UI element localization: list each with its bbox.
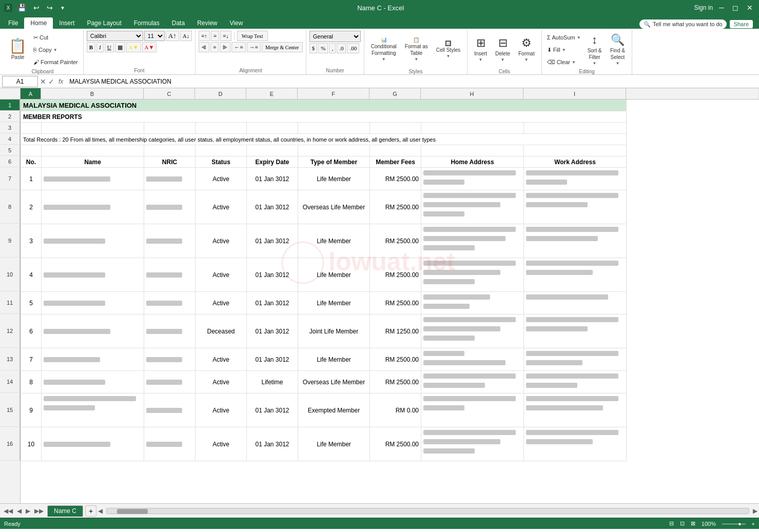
cell-c3[interactable] [144,123,196,134]
row-num-1[interactable]: 1 [0,100,20,111]
tab-file[interactable]: File [2,17,24,29]
col-header-e[interactable]: E [246,88,298,99]
cell-f10[interactable]: Life Member [298,258,370,292]
tab-insert[interactable]: Insert [53,17,81,29]
font-size-increase-btn[interactable]: A↑ [166,31,179,41]
align-left-btn[interactable]: ⫷ [199,42,209,52]
tab-home[interactable]: Home [24,17,53,29]
row-num-2[interactable]: 2 [0,111,20,122]
row-num-6[interactable]: 6 [0,156,20,167]
bold-btn[interactable]: B [87,42,95,52]
cell-h15[interactable] [421,393,524,427]
cell-i8[interactable] [524,190,627,224]
cell-h3[interactable] [421,123,524,134]
fill-color-btn[interactable]: A▼ [126,42,141,52]
format-painter-btn[interactable]: 🖌 Format Painter [31,56,80,68]
share-btn[interactable]: Share [730,20,753,28]
find-select-btn[interactable]: 🔍 Find & Select ▼ [606,31,629,68]
add-sheet-btn[interactable]: + [85,505,96,517]
cut-btn[interactable]: ✂ Cut [31,32,80,43]
cell-g14[interactable]: RM 2500.00 [370,371,421,393]
col-header-a[interactable]: A [21,88,41,99]
cell-f5[interactable] [298,145,370,156]
tab-page-layout[interactable]: Page Layout [81,17,127,29]
cell-h14[interactable] [421,371,524,393]
row-num-12[interactable]: 12 [0,314,20,348]
cell-g10[interactable]: RM 2500.00 [370,258,421,292]
cell-b7[interactable] [42,168,144,190]
search-box[interactable]: 🔍 Tell me what you want to do [639,19,727,29]
cell-e9[interactable]: 01 Jan 3012 [247,224,298,258]
cell-a9[interactable]: 3 [21,224,42,258]
cell-a14[interactable]: 8 [21,371,42,393]
row-num-5[interactable]: 5 [0,145,20,156]
cell-a3[interactable] [21,123,42,134]
restore-btn[interactable]: ◻ [730,3,741,13]
fill-btn[interactable]: ⬇ Fill ▼ [545,44,583,55]
cell-b12[interactable] [42,314,144,348]
cell-e14[interactable]: Lifetime [247,371,298,393]
cell-c13[interactable] [144,348,196,371]
cell-f13[interactable]: Life Member [298,348,370,371]
cell-e8[interactable]: 01 Jan 3012 [247,190,298,224]
decimal-increase-btn[interactable]: .0 [337,43,346,53]
scroll-right-btn[interactable]: ▶ [751,507,759,515]
tab-nav-left-btn[interactable]: ◀ [15,507,23,515]
zoom-in-btn[interactable]: + [752,521,755,527]
row-num-10[interactable]: 10 [0,258,20,291]
align-center-btn[interactable]: ≡ [210,42,219,52]
row-num-9[interactable]: 9 [0,224,20,258]
cell-i16[interactable] [524,427,627,461]
cell-f14[interactable]: Overseas Life Member [298,371,370,393]
cell-g15[interactable]: RM 0.00 [370,393,421,427]
percent-btn[interactable]: % [318,43,328,53]
status-normal-view[interactable]: ⊟ [669,520,674,527]
cell-d11[interactable]: Active [196,292,247,314]
row-num-14[interactable]: 14 [0,370,20,393]
cell-g3[interactable] [370,123,421,134]
cell-i14[interactable] [524,371,627,393]
cell-styles-btn[interactable]: 🔲 Cell Styles ▼ [433,31,464,68]
cell-f3[interactable] [298,123,370,134]
align-middle-btn[interactable]: ≡ [211,31,219,41]
cell-c9[interactable] [144,224,196,258]
cell-a2[interactable]: MEMBER REPORTS [21,111,627,123]
cell-f6[interactable]: Type of Member [298,156,370,168]
copy-btn[interactable]: ⎘ Copy ▼ [31,44,80,55]
col-header-f[interactable]: F [298,88,369,99]
cell-a7[interactable]: 1 [21,168,42,190]
cell-d10[interactable]: Active [196,258,247,292]
wrap-text-btn[interactable]: Wrap Text [237,31,268,41]
cell-b3[interactable] [42,123,144,134]
col-header-d[interactable]: D [195,88,246,99]
font-color-btn[interactable]: A▼ [142,42,157,52]
tab-prev-btn[interactable]: ◀◀ [2,507,14,515]
cell-c11[interactable] [144,292,196,314]
cell-e15[interactable]: 01 Jan 3012 [247,393,298,427]
cell-h13[interactable] [421,348,524,371]
align-right-btn[interactable]: ⫸ [220,42,230,52]
cell-c12[interactable] [144,314,196,348]
cell-e12[interactable]: 01 Jan 3012 [247,314,298,348]
cell-b14[interactable] [42,371,144,393]
cell-c5[interactable] [144,145,196,156]
cell-i13[interactable] [524,348,627,371]
cell-b6[interactable]: Name [42,156,144,168]
cell-h5[interactable] [421,145,524,156]
col-header-i[interactable]: I [523,88,626,99]
comma-btn[interactable]: , [329,43,336,53]
align-top-btn[interactable]: ≡↑ [199,31,210,41]
increase-indent-btn[interactable]: →≡ [247,42,261,52]
cell-a15[interactable]: 9 [21,393,42,427]
col-header-h[interactable]: H [421,88,523,99]
decimal-decrease-btn[interactable]: .00 [347,43,359,53]
cell-c15[interactable] [144,393,196,427]
cell-a8[interactable]: 2 [21,190,42,224]
row-num-4[interactable]: 4 [0,133,20,145]
cell-b13[interactable] [42,348,144,371]
cell-i6[interactable]: Work Address [524,156,627,168]
customize-btn[interactable]: ▼ [58,4,67,12]
tab-next-btn[interactable]: ▶▶ [33,507,45,515]
status-page-layout-view[interactable]: ⊡ [680,520,685,527]
cell-i15[interactable] [524,393,627,427]
